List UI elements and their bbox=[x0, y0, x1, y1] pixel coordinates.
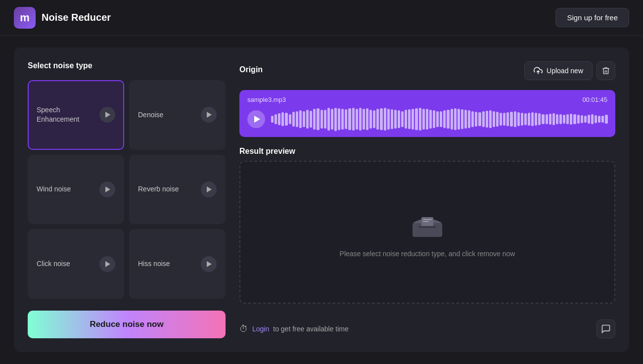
waveform-bar bbox=[348, 108, 351, 130]
noise-item-label: Wind noise bbox=[37, 184, 71, 194]
waveform-bar bbox=[510, 112, 512, 126]
waveform-bar bbox=[556, 114, 558, 125]
waveform-bar bbox=[475, 112, 477, 126]
waveform-bar bbox=[359, 108, 362, 130]
login-hint: ⏱ Login to get free available time bbox=[239, 324, 349, 334]
waveform-bar bbox=[454, 108, 457, 130]
waveform-bar bbox=[369, 110, 372, 129]
waveform-bar bbox=[324, 110, 326, 128]
signup-button[interactable]: Sign up for free bbox=[555, 8, 629, 27]
svg-rect-5 bbox=[423, 221, 429, 222]
waveform-bar bbox=[601, 116, 604, 123]
waveform-bar bbox=[341, 109, 344, 129]
waveform-bar bbox=[451, 109, 453, 129]
play-speech-button[interactable] bbox=[99, 107, 115, 123]
waveform-bar bbox=[433, 110, 435, 128]
waveform-bar bbox=[514, 111, 516, 127]
reduce-noise-button[interactable]: Reduce noise now bbox=[28, 311, 226, 338]
waveform-bar bbox=[366, 108, 368, 130]
waveform-player: sample3.mp3 00:01:45 bbox=[239, 90, 615, 137]
waveform-bar bbox=[356, 109, 358, 130]
play-hiss-button[interactable] bbox=[201, 256, 217, 272]
noise-item-speech[interactable]: Speech Enhancement bbox=[28, 80, 124, 150]
waveform-bar bbox=[394, 110, 397, 129]
waveform-bar bbox=[327, 108, 330, 130]
waveform-bar bbox=[517, 112, 520, 126]
play-wind-button[interactable] bbox=[99, 182, 115, 197]
feedback-button[interactable] bbox=[597, 319, 615, 338]
play-click-button[interactable] bbox=[99, 256, 115, 272]
result-preview-box: Please select noise reduction type, and … bbox=[239, 161, 615, 304]
waveform-bar bbox=[458, 109, 460, 130]
waveform-bar bbox=[552, 113, 555, 125]
waveform-bar bbox=[271, 116, 274, 123]
waveform-bar bbox=[461, 109, 463, 130]
result-hint-text: Please select noise reduction type, and … bbox=[340, 250, 515, 258]
svg-rect-4 bbox=[423, 219, 432, 220]
waveform-bar bbox=[412, 109, 414, 129]
waveform-bar bbox=[542, 114, 544, 125]
clock-icon: ⏱ bbox=[239, 324, 248, 334]
audio-duration: 00:01:45 bbox=[582, 96, 607, 103]
waveform-bar bbox=[531, 112, 534, 126]
upload-new-label: Upload new bbox=[547, 67, 583, 75]
waveform-bar bbox=[482, 111, 485, 127]
waveform-bar bbox=[588, 115, 590, 124]
waveform-play-button[interactable] bbox=[247, 110, 265, 128]
noise-item-click[interactable]: Click noise bbox=[28, 229, 124, 299]
left-panel: Select noise type Speech Enhancement Den… bbox=[28, 61, 226, 338]
noise-item-label: Reverb noise bbox=[138, 184, 179, 194]
waveform-bar bbox=[415, 108, 417, 130]
play-denoise-button[interactable] bbox=[201, 107, 217, 123]
waveform-body bbox=[247, 107, 607, 131]
main-content: Select noise type Speech Enhancement Den… bbox=[0, 36, 643, 364]
login-link[interactable]: Login bbox=[252, 325, 269, 333]
noise-item-reverb[interactable]: Reverb noise bbox=[129, 155, 226, 225]
waveform-bar bbox=[426, 109, 428, 129]
waveform-bar bbox=[581, 115, 583, 123]
empty-state-icon bbox=[408, 207, 447, 242]
noise-item-hiss[interactable]: Hiss noise bbox=[129, 229, 226, 299]
waveform-bar bbox=[281, 112, 284, 126]
waveform-bar bbox=[559, 114, 562, 124]
waveform-bar bbox=[598, 116, 600, 123]
delete-button[interactable] bbox=[597, 61, 615, 80]
waveform-bar bbox=[591, 114, 594, 124]
noise-type-title: Select noise type bbox=[28, 61, 226, 70]
waveform-bar bbox=[363, 109, 365, 130]
waveform-bar bbox=[500, 113, 502, 126]
waveform-bar bbox=[278, 113, 280, 125]
waveform-bar bbox=[373, 110, 375, 128]
header: m Noise Reducer Sign up for free bbox=[0, 0, 643, 36]
waveform-bar bbox=[352, 108, 355, 131]
waveform-bar bbox=[296, 111, 298, 127]
waveform-bar bbox=[566, 114, 569, 125]
right-panel: Origin Upload new bbox=[239, 61, 615, 338]
waveform-bar bbox=[471, 111, 474, 127]
audio-filename: sample3.mp3 bbox=[247, 96, 286, 103]
noise-item-label: Hiss noise bbox=[138, 259, 170, 269]
waveform-bar bbox=[331, 109, 333, 130]
waveform-bar bbox=[595, 115, 597, 123]
waveform-bar bbox=[380, 108, 382, 130]
waveform-bar bbox=[338, 108, 340, 130]
waveform-bar bbox=[584, 116, 587, 123]
waveform-bar bbox=[391, 109, 393, 130]
waveform-bar bbox=[436, 111, 439, 127]
result-section: Result preview Ple bbox=[239, 147, 615, 304]
waveform-bar bbox=[299, 110, 302, 128]
waveform-bars bbox=[271, 107, 607, 131]
waveform-bar bbox=[405, 110, 407, 128]
waveform-bar bbox=[429, 110, 432, 129]
noise-item-wind[interactable]: Wind noise bbox=[28, 155, 124, 225]
waveform-bar bbox=[440, 111, 442, 127]
waveform-bar bbox=[489, 110, 492, 128]
play-reverb-button[interactable] bbox=[201, 182, 217, 197]
origin-header: Origin Upload new bbox=[239, 61, 615, 80]
waveform-bar bbox=[538, 113, 541, 125]
waveform-bar bbox=[605, 115, 607, 123]
bottom-bar: ⏱ Login to get free available time bbox=[239, 319, 615, 338]
upload-new-button[interactable]: Upload new bbox=[524, 61, 593, 80]
header-left: m Noise Reducer bbox=[14, 7, 111, 29]
noise-item-denoise[interactable]: Denoise bbox=[129, 80, 226, 150]
